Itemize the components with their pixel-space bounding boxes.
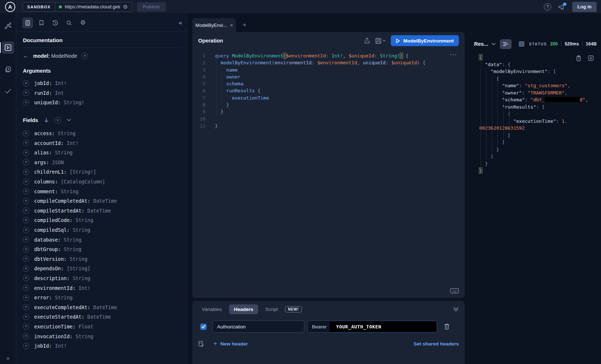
header-key-input[interactable]: Authorization: [212, 320, 304, 333]
auth-token-value[interactable]: YOUR_AUTH_TOKEN: [330, 321, 436, 332]
field-row[interactable]: +accountId: Int!: [23, 138, 181, 148]
add-field-to-query-icon[interactable]: +: [23, 323, 29, 329]
add-field-to-query-icon[interactable]: +: [23, 159, 29, 165]
endpoint-url-box[interactable]: https://metadata.cloud.getd ⚙: [55, 3, 131, 11]
field-row[interactable]: +environmentId: Int!: [23, 283, 181, 293]
announcements-button[interactable]: [558, 4, 565, 10]
header-enabled-checkbox[interactable]: [200, 324, 207, 330]
add-field-to-query-icon[interactable]: +: [23, 140, 29, 146]
field-row[interactable]: +executeStartedAt: DateTime: [23, 312, 181, 322]
field-row[interactable]: +comment: String: [23, 186, 181, 196]
table-view-toggle-button[interactable]: [516, 39, 528, 49]
add-field-to-query-icon[interactable]: +: [23, 266, 29, 272]
field-row[interactable]: +jobId: Int!: [23, 341, 181, 351]
endpoint-url-input[interactable]: https://metadata.cloud.getd: [65, 4, 120, 9]
add-field-to-query-icon[interactable]: +: [23, 304, 29, 310]
login-button[interactable]: Log in: [572, 2, 597, 12]
field-row[interactable]: +access: String: [23, 129, 181, 138]
field-row[interactable]: +uniqueId: String!: [23, 98, 181, 108]
docs-tab-search[interactable]: [64, 17, 75, 28]
docs-tab-saved[interactable]: [36, 17, 47, 28]
tab-modelbyenvironment[interactable]: ModelByEnvi... ×: [192, 18, 236, 32]
copy-response-icon[interactable]: [576, 55, 581, 61]
response-dropdown-chevron-icon[interactable]: [492, 43, 496, 45]
editor-more-menu-icon[interactable]: •••: [450, 52, 457, 57]
tab-variables[interactable]: Variables: [198, 304, 225, 314]
expand-panel-button[interactable]: »: [0, 355, 16, 361]
field-row[interactable]: +database: String: [23, 235, 181, 244]
field-row[interactable]: +runId: Int: [23, 88, 181, 98]
add-field-to-query-icon[interactable]: +: [23, 285, 29, 291]
add-field-to-query-icon[interactable]: +: [23, 169, 29, 175]
field-row[interactable]: +childrenL1: [String!]: [23, 167, 181, 177]
endpoint-settings-gear-icon[interactable]: ⚙: [123, 4, 128, 9]
header-preview-icon[interactable]: [198, 341, 204, 347]
add-all-fields-icon[interactable]: +: [55, 117, 61, 124]
sidebar-item-explorer[interactable]: [2, 41, 14, 54]
add-field-to-query-icon[interactable]: +: [23, 236, 29, 243]
field-row[interactable]: +compileStartedAt: DateTime: [23, 206, 181, 216]
run-operation-button[interactable]: ModelByEnvironment: [391, 35, 459, 46]
keyboard-shortcuts-icon[interactable]: [450, 288, 459, 294]
publish-button[interactable]: Publish: [137, 2, 166, 12]
field-row[interactable]: +dbtVersion: String: [23, 254, 181, 264]
add-field-to-query-icon[interactable]: +: [23, 198, 29, 204]
add-field-to-query-icon[interactable]: +: [23, 100, 29, 106]
field-row[interactable]: +args: JSON: [23, 158, 181, 167]
add-field-to-query-icon[interactable]: +: [23, 314, 29, 320]
tab-headers[interactable]: Headers: [229, 304, 258, 314]
add-field-to-query-icon[interactable]: +: [23, 90, 29, 96]
share-operation-button[interactable]: [364, 37, 370, 44]
add-field-to-query-icon[interactable]: +: [23, 343, 29, 349]
new-tab-button[interactable]: +: [241, 21, 248, 29]
add-field-to-query-icon[interactable]: +: [23, 333, 29, 339]
sort-arrow-down-icon[interactable]: [44, 118, 49, 123]
response-dropdown-label[interactable]: Res...: [474, 41, 488, 47]
add-field-to-query-icon[interactable]: +: [23, 179, 29, 185]
add-field-to-query-icon[interactable]: +: [23, 150, 29, 156]
field-row[interactable]: +dbtGroup: String: [23, 244, 181, 254]
save-operation-button[interactable]: [375, 38, 386, 44]
field-row[interactable]: +compiledSql: String: [23, 225, 181, 235]
field-row[interactable]: +executeCompletedAt: DateTime: [23, 302, 181, 312]
add-type-to-query-icon[interactable]: +: [81, 53, 88, 59]
add-field-to-query-icon[interactable]: +: [23, 217, 29, 223]
header-value-input[interactable]: Bearer YOUR_AUTH_TOKEN: [307, 320, 437, 333]
sidebar-item-checklist[interactable]: [2, 63, 14, 76]
field-row[interactable]: +dependsOn: [String]: [23, 264, 181, 274]
add-field-to-query-icon[interactable]: +: [23, 188, 29, 194]
sidebar-item-checks[interactable]: [2, 85, 14, 97]
docs-tab-documentation[interactable]: [22, 17, 33, 28]
collapse-panel-double-chevron-icon[interactable]: [453, 307, 459, 312]
delete-header-button[interactable]: [444, 323, 450, 330]
add-field-to-query-icon[interactable]: +: [23, 80, 29, 86]
add-field-to-query-icon[interactable]: +: [23, 130, 29, 137]
add-field-to-query-icon[interactable]: +: [23, 207, 29, 214]
tab-script[interactable]: Script: [262, 304, 282, 314]
field-row[interactable]: +alias: String: [23, 148, 181, 158]
back-arrow-icon[interactable]: ←: [23, 53, 29, 59]
raw-view-toggle-button[interactable]: [500, 39, 512, 49]
field-row[interactable]: +columns: [CatalogColumn]: [23, 177, 181, 187]
add-field-to-query-icon[interactable]: +: [23, 246, 29, 252]
close-tab-icon[interactable]: ×: [230, 23, 233, 28]
field-row[interactable]: +error: String: [23, 293, 181, 303]
field-row[interactable]: +description: String: [23, 274, 181, 283]
download-response-icon[interactable]: [588, 55, 594, 61]
add-field-to-query-icon[interactable]: +: [23, 256, 29, 262]
sidebar-item-schema[interactable]: [2, 20, 14, 32]
chevron-down-icon[interactable]: [67, 119, 71, 121]
new-header-button[interactable]: + New header: [213, 340, 248, 347]
add-field-to-query-icon[interactable]: +: [23, 275, 29, 281]
field-row[interactable]: +invocationId: String: [23, 331, 181, 341]
field-row[interactable]: +compileCompletedAt: DateTime: [23, 196, 181, 206]
graphql-editor[interactable]: ••• 1query ModelByEnvironment($environme…: [192, 49, 465, 298]
help-icon[interactable]: ?: [544, 3, 551, 11]
set-shared-headers-link[interactable]: Set shared headers: [413, 341, 459, 347]
add-field-to-query-icon[interactable]: +: [23, 295, 29, 301]
breadcrumb-type[interactable]: ModelNode: [51, 53, 77, 59]
add-field-to-query-icon[interactable]: +: [23, 227, 29, 233]
collapse-docs-panel-button[interactable]: «: [179, 19, 182, 27]
field-row[interactable]: +jobId: Int!: [23, 78, 181, 88]
field-row[interactable]: +executionTime: Float: [23, 322, 181, 332]
